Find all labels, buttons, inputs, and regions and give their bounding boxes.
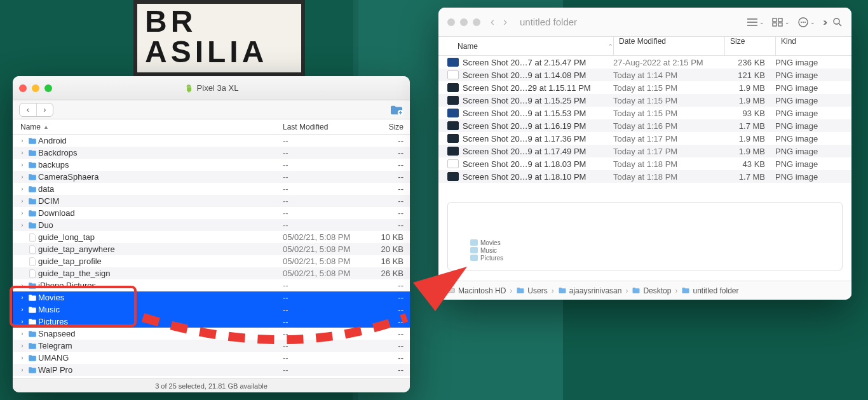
item-size: -- [375,281,410,290]
disclosure-icon[interactable]: › [18,185,27,192]
disclosure-icon[interactable]: › [18,318,27,325]
nav-forward[interactable]: › [36,103,53,116]
col-name-header[interactable]: Name ⌃ [458,42,613,51]
disclosure-icon[interactable]: › [18,294,27,301]
col-size-header[interactable]: Size [724,37,775,55]
item-name: Screen Shot 20…9 at 1.16.19 PM [463,121,613,131]
col-modified-header[interactable]: Last Modified [283,123,375,131]
item-name: Screen Shot 20…7 at 2.15.47 PM [463,58,613,67]
file-row[interactable]: guide_tap_profile05/02/21, 5:08 PM16 KB [13,255,410,267]
disclosure-icon[interactable]: › [18,354,27,361]
folder-icon [27,294,38,302]
finder-row[interactable]: Screen Shot 20…7 at 2.15.47 PM27-Aug-202… [438,56,851,69]
finder-row[interactable]: Screen Shot 20…9 at 1.17.36 PMToday at 1… [438,132,851,145]
item-size: 93 KB [724,109,775,118]
folder-row[interactable]: ›CameraSphaera---- [13,171,410,183]
finder-row[interactable]: Screen Shot 20…9 at 1.18.03 PMToday at 1… [438,157,851,170]
item-modified: Today at 1:17 PM [613,134,724,143]
action-menu-icon[interactable]: ⌄ [797,17,815,28]
col-name-header[interactable]: Name ▲ [20,123,283,131]
item-modified: Today at 1:14 PM [613,70,724,80]
disclosure-icon[interactable]: › [18,282,27,289]
disclosure-icon[interactable]: › [18,210,27,217]
folder-row[interactable]: ›DCIM---- [13,195,410,207]
folder-row[interactable]: ›Snapseed---- [13,328,410,340]
finder-row[interactable]: Screen Shot 20…9 at 1.17.49 PMToday at 1… [438,145,851,157]
folder-row[interactable]: ›Music---- [13,303,410,316]
finder-row[interactable]: Screen Shot 20…29 at 1.15.11 PMToday at … [438,81,851,94]
disclosure-icon[interactable]: › [18,161,27,168]
disclosure-icon[interactable]: › [18,149,27,156]
folder-row[interactable]: ›Pictures---- [13,316,410,328]
minimize-button[interactable] [32,84,39,92]
disclosure-icon[interactable]: › [18,366,27,373]
crumb-label: Users [527,286,547,295]
item-size: 43 KB [724,159,775,169]
col-size-header[interactable]: Size [375,123,410,131]
disclosure-icon[interactable]: › [18,342,27,349]
maximize-button[interactable] [473,18,480,26]
item-kind: PNG image [775,83,851,93]
disclosure-icon[interactable]: › [18,222,27,229]
item-modified: -- [283,172,375,182]
folder-row[interactable]: ›Telegram---- [13,340,410,352]
item-modified: -- [283,160,375,170]
path-crumb[interactable]: ajaaysrinivasan [558,286,622,295]
item-kind: PNG image [775,109,851,118]
file-row[interactable]: guide_tap_anywhere05/02/21, 5:08 PM20 KB [13,243,410,255]
folder-row[interactable]: ›backups---- [13,159,410,171]
col-modified-header[interactable]: Date Modified [613,37,724,55]
file-row[interactable]: guide_tap_the_sign05/02/21, 5:08 PM26 KB [13,267,410,279]
finder-row[interactable]: Screen Shot 20…9 at 1.16.19 PMToday at 1… [438,119,851,132]
minimize-button[interactable] [460,18,468,26]
folder-row[interactable]: ›Movies---- [13,291,410,303]
android-file-transfer-window: Pixel 3a XL ‹ › Name ▲ Last Modified Siz… [13,76,410,392]
disclosure-icon[interactable]: › [18,330,27,337]
folder-row[interactable]: ›Backdrops---- [13,147,410,159]
item-kind: PNG image [775,58,851,67]
file-row[interactable]: guide_long_tap05/02/21, 5:08 PM10 KB [13,231,410,243]
folder-row[interactable]: ›WalP Pro---- [13,364,410,376]
nav-forward[interactable]: › [503,15,507,29]
disclosure-icon[interactable]: › [18,197,27,204]
folder-row[interactable]: ›iPhone Pictures---- [13,279,410,291]
path-crumb[interactable]: Macintosh HD [447,286,506,295]
close-button[interactable] [447,18,455,26]
view-grid-icon[interactable]: ⌄ [772,18,790,27]
close-button[interactable] [19,84,27,92]
path-crumb[interactable]: untitled folder [681,286,738,295]
item-name: Movies [38,293,283,302]
titlebar[interactable]: Pixel 3a XL [13,76,410,100]
col-kind-header[interactable]: Kind [775,37,851,55]
maximize-button[interactable] [44,84,52,92]
nav-back[interactable]: ‹ [491,15,494,29]
path-crumb[interactable]: Desktop [632,286,671,295]
folder-icon [27,330,38,338]
search-icon[interactable] [832,17,843,27]
finder-row[interactable]: Screen Shot 20…9 at 1.14.08 PMToday at 1… [438,69,851,81]
folder-row[interactable]: ›data---- [13,183,410,195]
disclosure-icon[interactable]: › [18,173,27,180]
new-folder-icon[interactable] [390,104,403,116]
finder-row[interactable]: Screen Shot 20…9 at 1.15.25 PMToday at 1… [438,94,851,107]
path-crumb[interactable]: Users [516,286,547,295]
finder-title: untitled folder [520,17,577,27]
drop-target-area[interactable] [447,202,843,270]
overflow-icon[interactable]: ›› [823,17,825,28]
finder-row[interactable]: Screen Shot 20…9 at 1.15.53 PMToday at 1… [438,107,851,119]
poster-text: BR ASILIA [145,6,268,67]
folder-row[interactable]: ›UMANG---- [13,352,410,364]
nav-back[interactable]: ‹ [20,103,36,116]
disclosure-icon[interactable]: › [18,306,27,313]
view-list-icon[interactable]: ⌄ [747,18,764,27]
disclosure-icon[interactable]: › [18,137,27,144]
item-name: Screen Shot 20…9 at 1.14.08 PM [463,70,613,80]
item-name: iPhone Pictures [38,281,283,290]
folder-row[interactable]: ›Download---- [13,207,410,219]
item-size: 16 KB [375,257,410,266]
item-name: Snapseed [38,329,283,338]
finder-row[interactable]: Screen Shot 20…9 at 1.18.10 PMToday at 1… [438,170,851,183]
folder-row[interactable]: ›Android---- [13,135,410,147]
folder-row[interactable]: ›Duo---- [13,219,410,231]
item-modified: -- [283,341,375,350]
